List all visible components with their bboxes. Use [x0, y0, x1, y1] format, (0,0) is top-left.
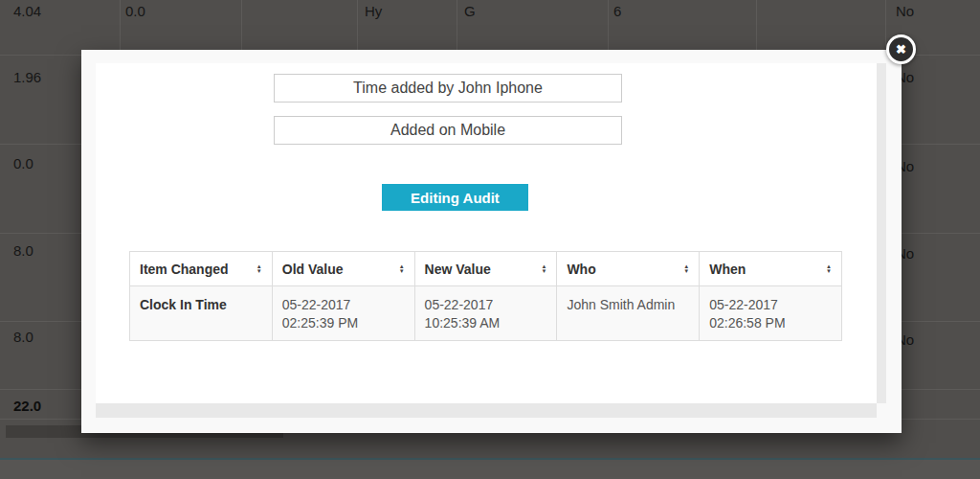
bg-cell: 0.0	[125, 3, 145, 20]
sort-icon[interactable]: ▲▼	[683, 264, 689, 274]
cell-old-value: 05-22-2017 02:25:39 PM	[272, 286, 414, 341]
modal-content-panel	[96, 63, 877, 403]
cell-item-changed: Clock In Time	[130, 286, 273, 341]
close-modal-button[interactable]: ✖	[886, 34, 916, 64]
column-header-label: When	[709, 262, 746, 277]
bg-cell: 6	[613, 3, 621, 20]
column-header-label: Who	[567, 262, 595, 277]
bg-cell: 1.96	[13, 69, 41, 86]
bg-total-cell: 22.0	[13, 398, 41, 415]
sort-icon[interactable]: ▲▼	[826, 264, 832, 274]
time-added-note-box: Time added by John Iphone	[274, 74, 622, 103]
added-on-mobile-note-box: Added on Mobile	[274, 116, 622, 145]
sort-icon[interactable]: ▲▼	[399, 264, 405, 274]
sort-icon[interactable]: ▲▼	[541, 264, 546, 274]
audit-table-header-row: Item Changed ▲▼ Old Value ▲▼ New Value	[130, 252, 842, 286]
close-icon: ✖	[896, 43, 906, 56]
bg-cell: 8.0	[13, 329, 33, 346]
cell-when: 05-22-2017 02:26:58 PM	[700, 286, 842, 341]
sort-icon[interactable]: ▲▼	[256, 264, 262, 274]
bg-cell: G	[464, 3, 476, 20]
bg-cell: 8.0	[13, 242, 33, 260]
modal-vertical-scrollbar[interactable]	[877, 63, 886, 403]
column-header-label: Item Changed	[140, 262, 229, 277]
audit-table-row: Clock In Time 05-22-2017 02:25:39 PM 05-…	[130, 286, 842, 341]
editing-audit-button[interactable]: Editing Audit	[382, 184, 528, 211]
column-header-when[interactable]: When ▲▼	[700, 252, 842, 286]
screen: 4.04 0.0 Hy G 6 No 1.96 0.0 8.0 8.0 22.0…	[0, 0, 980, 479]
added-on-mobile-note-text: Added on Mobile	[390, 122, 505, 139]
bg-cell: Hy	[365, 3, 382, 20]
modal-horizontal-scrollbar[interactable]	[96, 403, 877, 418]
bg-cell: No	[896, 3, 914, 20]
column-header-old-value[interactable]: Old Value ▲▼	[272, 252, 414, 286]
time-added-note-text: Time added by John Iphone	[353, 80, 543, 97]
bg-bottom-band	[0, 460, 980, 479]
bg-cell: 0.0	[13, 155, 33, 172]
column-header-new-value[interactable]: New Value ▲▼	[414, 252, 557, 286]
column-header-label: Old Value	[282, 262, 344, 277]
bg-cell: 4.04	[13, 3, 41, 20]
cell-who: John Smith Admin	[557, 286, 700, 341]
audit-table: Item Changed ▲▼ Old Value ▲▼ New Value	[129, 251, 842, 341]
column-header-who[interactable]: Who ▲▼	[557, 252, 700, 286]
column-header-label: New Value	[425, 262, 491, 277]
cell-new-value: 05-22-2017 10:25:39 AM	[414, 286, 557, 341]
audit-modal: Time added by John Iphone Added on Mobil…	[81, 50, 902, 433]
column-header-item-changed[interactable]: Item Changed ▲▼	[130, 252, 273, 286]
